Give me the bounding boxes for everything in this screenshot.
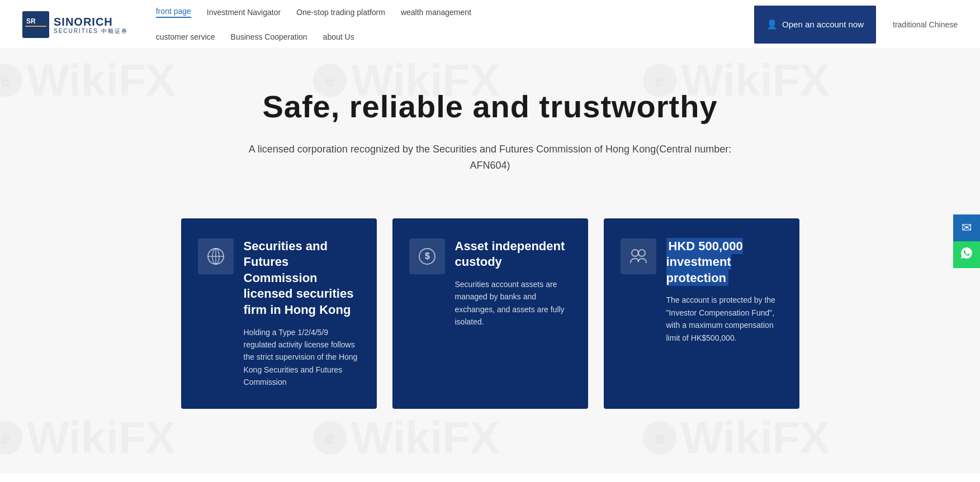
company-sub: SECURITIES 中顺证券 [54, 28, 128, 34]
navbar-right: 👤 Open an account now traditional Chines… [743, 0, 958, 49]
cards-section: Securities and Futures Commission licens… [0, 202, 980, 442]
card-protection-text: HKD 500,000 investment protection The ac… [666, 238, 783, 344]
nav-front-page[interactable]: front page [156, 7, 191, 18]
company-name: SINORICH [54, 16, 128, 28]
logo-icon: SR [22, 11, 49, 38]
email-icon: ✉ [962, 221, 972, 235]
card-sfc-text: Securities and Futures Commission licens… [244, 238, 360, 389]
card-custody-title: Asset independent custody [455, 238, 571, 270]
svg-point-10 [638, 250, 645, 256]
nav-wealth-management[interactable]: wealth management [401, 8, 471, 17]
logo[interactable]: SR SINORICH SECURITIES 中顺证券 [22, 0, 128, 49]
email-float-button[interactable]: ✉ [953, 214, 980, 241]
card-protection: HKD 500,000 investment protection The ac… [604, 218, 799, 409]
card-protection-title: HKD 500,000 investment protection [666, 238, 783, 287]
nav-top-row: front page Investment Navigator One-stop… [156, 0, 743, 25]
card-sfc-desc: Holding a Type 1/2/4/5/9 regulated activ… [244, 326, 360, 389]
card-custody-title-text: Asset independent custody [455, 239, 565, 269]
nav-one-stop-trading[interactable]: One-stop trading platform [296, 8, 385, 17]
card-sfc-icon [198, 238, 234, 274]
float-buttons: ✉ [953, 214, 980, 268]
svg-text:SR: SR [26, 17, 36, 25]
card-sfc-title: Securities and Futures Commission licens… [244, 238, 360, 318]
card-protection-icon [621, 238, 656, 274]
nav-links-group: front page Investment Navigator One-stop… [150, 0, 743, 49]
nav-customer-service[interactable]: customer service [156, 32, 215, 41]
hero-title: Safe, reliable and trustworthy [22, 88, 958, 125]
whatsapp-icon [960, 246, 973, 263]
svg-text:$: $ [425, 251, 430, 261]
card-custody-desc: Securities account assets are managed by… [455, 278, 571, 328]
nav-bottom-row: customer service Business Cooperation ab… [156, 25, 743, 49]
nav-investment-navigator[interactable]: Investment Navigator [207, 8, 281, 17]
main-content: e WikiFX e WikiFX e WikiFX e WikiFX e Wi… [0, 49, 980, 474]
open-account-button[interactable]: 👤 Open an account now [754, 6, 876, 44]
hero-subtitle: A licensed corporation recognized by the… [239, 141, 742, 174]
language-toggle[interactable]: traditional Chinese [893, 20, 958, 29]
card-sfc: Securities and Futures Commission licens… [181, 218, 377, 409]
navbar: SR SINORICH SECURITIES 中顺证券 front page I… [0, 0, 980, 49]
card-custody-icon: $ [409, 238, 445, 274]
open-account-icon: 👤 [766, 19, 778, 31]
card-custody-text: Asset independent custody Securities acc… [455, 238, 571, 328]
hero-section: Safe, reliable and trustworthy A license… [0, 49, 980, 202]
card-custody-content: $ Asset independent custody Securities a… [409, 238, 571, 328]
card-protection-desc: The account is protected by the "Investo… [666, 294, 783, 344]
nav-business-cooperation[interactable]: Business Cooperation [231, 32, 307, 41]
card-custody: $ Asset independent custody Securities a… [392, 218, 588, 409]
whatsapp-float-button[interactable] [953, 241, 980, 268]
nav-about-us[interactable]: about Us [323, 32, 354, 41]
logo-text: SINORICH SECURITIES 中顺证券 [54, 16, 128, 34]
card-protection-title-highlight: HKD 500,000 investment protection [666, 238, 743, 286]
open-account-label: Open an account now [782, 19, 864, 30]
svg-rect-2 [25, 26, 46, 27]
card-sfc-content: Securities and Futures Commission licens… [198, 238, 360, 389]
card-protection-content: HKD 500,000 investment protection The ac… [621, 238, 783, 344]
svg-point-9 [632, 250, 638, 256]
